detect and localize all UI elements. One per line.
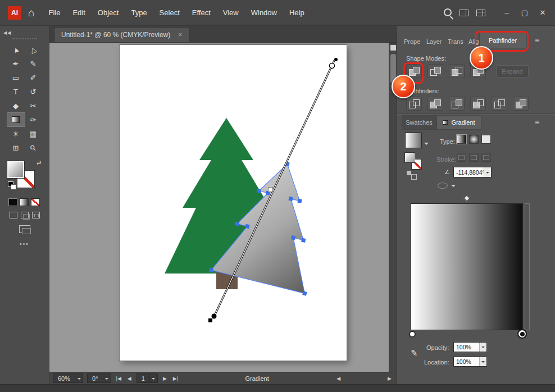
radial-gradient-button[interactable] xyxy=(469,135,479,144)
canvas-area[interactable] xyxy=(49,43,397,372)
expand-button[interactable]: Expand xyxy=(496,65,529,78)
scroll-left-icon[interactable]: ◀ xyxy=(335,376,342,381)
pathfinder-merge-button[interactable] xyxy=(449,97,465,111)
selection-tool[interactable]: ▲ xyxy=(7,43,25,56)
chevron-down-icon[interactable] xyxy=(103,374,111,382)
draw-behind-icon[interactable] xyxy=(21,212,29,218)
gradient-start-point[interactable] xyxy=(212,314,217,319)
home-icon[interactable]: ⌂ xyxy=(28,7,34,19)
menu-type[interactable]: Type xyxy=(125,5,153,20)
draw-inside-icon[interactable] xyxy=(32,212,40,218)
chevron-down-icon[interactable] xyxy=(451,185,456,189)
stroke-across-button[interactable] xyxy=(481,153,491,162)
linear-gradient-button[interactable] xyxy=(457,135,466,144)
direct-selection-tool[interactable]: △ xyxy=(25,43,42,56)
fill-swatch[interactable] xyxy=(7,161,24,178)
panel-menu-icon[interactable]: ≡ xyxy=(535,118,539,127)
gradient-end-handle[interactable] xyxy=(330,63,335,69)
eraser-tool[interactable]: ◆ xyxy=(7,99,25,112)
gradient-end-point[interactable] xyxy=(334,58,338,61)
rotate-tool[interactable]: ↺ xyxy=(25,85,42,98)
chevron-down-icon[interactable] xyxy=(479,357,486,366)
maximize-button[interactable]: ▢ xyxy=(517,7,533,19)
last-artboard-button[interactable]: ▶| xyxy=(172,376,179,381)
draw-normal-icon[interactable] xyxy=(10,212,17,218)
location-field[interactable]: 100% xyxy=(453,357,487,367)
tab-close-icon[interactable]: × xyxy=(178,31,182,39)
pathfinder-outline-button[interactable] xyxy=(492,97,507,111)
first-artboard-button[interactable]: |◀ xyxy=(115,376,122,381)
chevron-down-icon[interactable] xyxy=(424,143,429,147)
screen-mode-icon[interactable] xyxy=(19,225,30,233)
pathfinder-trim-button[interactable] xyxy=(427,97,443,111)
gradient-start-handle[interactable] xyxy=(208,318,212,322)
edit-toolbar-icon[interactable]: ••• xyxy=(0,241,49,247)
menu-edit[interactable]: Edit xyxy=(66,5,91,20)
gradient-slider[interactable] xyxy=(411,203,523,330)
scissors-tool[interactable]: ✂ xyxy=(25,99,42,112)
stroke-along-button[interactable] xyxy=(469,153,479,162)
arrange-documents-icon[interactable] xyxy=(460,10,468,16)
stroke-within-button[interactable] xyxy=(457,153,466,162)
zoom-dropdown[interactable]: 60% xyxy=(53,373,83,383)
gradient-stop-white[interactable] xyxy=(409,331,416,338)
previous-artboard-button[interactable]: ◀ xyxy=(126,376,133,381)
menu-file[interactable]: File xyxy=(42,5,66,20)
swap-fill-stroke-icon[interactable]: ⇄ xyxy=(37,159,41,166)
shape-mode-minus-front-button[interactable] xyxy=(427,64,443,78)
type-tool[interactable]: T xyxy=(7,85,25,98)
rotation-dropdown[interactable]: 0° xyxy=(87,373,111,383)
default-fill-stroke-icon[interactable] xyxy=(8,181,13,187)
eyedropper-icon[interactable]: ✎ xyxy=(410,348,418,358)
graph-tool[interactable]: ▦ xyxy=(25,127,42,140)
opacity-field[interactable]: 100% xyxy=(453,342,487,352)
symbol-sprayer-tool[interactable]: ✳ xyxy=(7,127,25,140)
chevron-down-icon[interactable] xyxy=(479,343,486,352)
gradient-midpoint-marker[interactable] xyxy=(463,195,470,201)
workspace-switcher-icon[interactable] xyxy=(476,10,485,16)
gradient-preview-swatch[interactable] xyxy=(405,133,422,148)
tab-swatches[interactable]: Swatches xyxy=(402,115,436,130)
gradient-fill-proxy[interactable] xyxy=(405,153,415,162)
menu-view[interactable]: View xyxy=(217,5,245,20)
eyedropper-tool[interactable]: ✑ xyxy=(25,113,42,126)
chevron-down-icon[interactable] xyxy=(149,374,157,382)
search-icon[interactable] xyxy=(444,8,452,16)
scroll-right-icon[interactable]: ▶ xyxy=(386,376,393,381)
chevron-down-icon[interactable] xyxy=(75,374,83,382)
angle-field[interactable]: -114,8804° xyxy=(453,167,492,177)
gradient-midpoint-handle[interactable] xyxy=(269,188,273,192)
tab-gradient[interactable]: Gradient xyxy=(436,115,481,130)
menu-help[interactable]: Help xyxy=(283,5,311,20)
rectangle-tool[interactable]: ▭ xyxy=(7,71,25,84)
pathfinder-crop-button[interactable] xyxy=(470,97,486,111)
zoom-tool[interactable]: ⚲ xyxy=(25,141,42,154)
tab-layers[interactable]: Layer xyxy=(426,38,442,45)
pencil-tool[interactable]: ✎ xyxy=(25,57,42,70)
panel-menu-icon[interactable]: ≡ xyxy=(535,36,539,45)
menu-select[interactable]: Select xyxy=(153,5,186,20)
chevron-down-icon[interactable] xyxy=(484,167,491,177)
app-logo-icon[interactable]: Ai xyxy=(8,6,21,20)
menu-window[interactable]: Window xyxy=(245,5,283,20)
artboard[interactable] xyxy=(120,45,347,361)
shape-mode-intersect-button[interactable] xyxy=(449,64,465,78)
paintbrush-tool[interactable]: ✐ xyxy=(25,71,42,84)
gradient-button[interactable] xyxy=(20,198,29,206)
menu-effect[interactable]: Effect xyxy=(186,5,217,20)
scroll-up-button[interactable] xyxy=(390,45,396,51)
next-artboard-button[interactable]: ▶ xyxy=(162,376,168,381)
pathfinder-minus-back-button[interactable] xyxy=(513,97,529,111)
minimize-button[interactable]: – xyxy=(499,7,515,19)
tab-properties[interactable]: Prope xyxy=(404,38,420,45)
gradient-tool[interactable] xyxy=(7,113,25,126)
panel-drag-handle[interactable] xyxy=(12,38,37,39)
pathfinder-divide-button[interactable] xyxy=(406,97,422,111)
close-button[interactable]: ✕ xyxy=(535,7,551,19)
artboard-dropdown[interactable]: 1 xyxy=(137,373,158,383)
document-tab[interactable]: Untitled-1* @ 60 % (CMYK/Preview) × xyxy=(54,27,189,42)
pen-tool[interactable]: ✒ xyxy=(7,57,25,70)
menu-object[interactable]: Object xyxy=(92,5,125,20)
gradient-stop-black-selected[interactable] xyxy=(517,329,527,339)
collapse-panel-icon[interactable]: ◀◀ xyxy=(0,28,49,35)
